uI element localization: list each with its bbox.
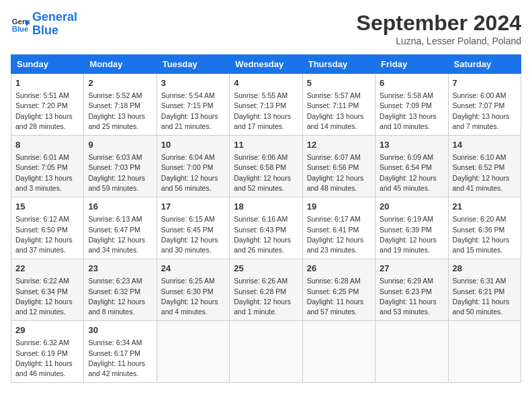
table-row: 2Sunrise: 5:52 AM Sunset: 7:18 PM Daylig… bbox=[84, 74, 157, 136]
day-number: 29 bbox=[15, 324, 79, 336]
day-info: Sunrise: 6:19 AM Sunset: 6:39 PM Dayligh… bbox=[380, 214, 443, 255]
table-row bbox=[157, 321, 229, 383]
location-subtitle: Luzna, Lesser Poland, Poland bbox=[357, 36, 521, 46]
table-row: 3Sunrise: 5:54 AM Sunset: 7:15 PM Daylig… bbox=[157, 74, 229, 136]
day-info: Sunrise: 6:04 AM Sunset: 7:00 PM Dayligh… bbox=[161, 152, 225, 193]
day-info: Sunrise: 6:15 AM Sunset: 6:45 PM Dayligh… bbox=[161, 214, 225, 255]
day-info: Sunrise: 6:20 AM Sunset: 6:36 PM Dayligh… bbox=[453, 214, 517, 255]
day-number: 5 bbox=[307, 77, 371, 89]
table-row: 25Sunrise: 6:26 AM Sunset: 6:28 PM Dayli… bbox=[230, 259, 302, 321]
table-row: 19Sunrise: 6:17 AM Sunset: 6:41 PM Dayli… bbox=[302, 197, 375, 259]
table-row: 15Sunrise: 6:12 AM Sunset: 6:50 PM Dayli… bbox=[11, 197, 84, 259]
logo-text-blue: Blue bbox=[32, 24, 77, 38]
table-row: 5Sunrise: 5:57 AM Sunset: 7:11 PM Daylig… bbox=[302, 74, 375, 136]
svg-text:Blue: Blue bbox=[12, 24, 29, 32]
day-number: 12 bbox=[307, 139, 371, 151]
day-info: Sunrise: 6:29 AM Sunset: 6:23 PM Dayligh… bbox=[380, 276, 443, 317]
table-row: 11Sunrise: 6:06 AM Sunset: 6:58 PM Dayli… bbox=[230, 136, 302, 197]
calendar-body: 1Sunrise: 5:51 AM Sunset: 7:20 PM Daylig… bbox=[11, 74, 521, 383]
table-row bbox=[302, 321, 375, 383]
table-row bbox=[448, 321, 521, 383]
header-tuesday: Tuesday bbox=[157, 55, 229, 74]
table-row: 17Sunrise: 6:15 AM Sunset: 6:45 PM Dayli… bbox=[157, 197, 229, 259]
day-info: Sunrise: 6:23 AM Sunset: 6:32 PM Dayligh… bbox=[88, 276, 152, 317]
day-number: 8 bbox=[15, 139, 79, 151]
header-saturday: Saturday bbox=[448, 55, 521, 74]
day-number: 20 bbox=[380, 201, 443, 213]
day-info: Sunrise: 6:28 AM Sunset: 6:25 PM Dayligh… bbox=[307, 276, 371, 317]
header: General Blue General Blue September 2024… bbox=[11, 11, 521, 46]
day-number: 28 bbox=[453, 263, 517, 275]
day-info: Sunrise: 5:51 AM Sunset: 7:20 PM Dayligh… bbox=[15, 91, 79, 132]
day-info: Sunrise: 6:03 AM Sunset: 7:03 PM Dayligh… bbox=[88, 152, 152, 193]
table-row: 23Sunrise: 6:23 AM Sunset: 6:32 PM Dayli… bbox=[84, 259, 157, 321]
day-number: 18 bbox=[234, 201, 298, 213]
day-info: Sunrise: 6:13 AM Sunset: 6:47 PM Dayligh… bbox=[88, 214, 152, 255]
day-info: Sunrise: 6:17 AM Sunset: 6:41 PM Dayligh… bbox=[307, 214, 371, 255]
table-row: 24Sunrise: 6:25 AM Sunset: 6:30 PM Dayli… bbox=[157, 259, 229, 321]
table-row: 6Sunrise: 5:58 AM Sunset: 7:09 PM Daylig… bbox=[375, 74, 448, 136]
table-row: 20Sunrise: 6:19 AM Sunset: 6:39 PM Dayli… bbox=[375, 197, 448, 259]
day-info: Sunrise: 5:55 AM Sunset: 7:13 PM Dayligh… bbox=[234, 91, 298, 132]
table-row: 29Sunrise: 6:32 AM Sunset: 6:19 PM Dayli… bbox=[11, 321, 84, 383]
day-info: Sunrise: 6:34 AM Sunset: 6:17 PM Dayligh… bbox=[88, 338, 152, 379]
day-info: Sunrise: 6:06 AM Sunset: 6:58 PM Dayligh… bbox=[234, 152, 298, 193]
table-row: 27Sunrise: 6:29 AM Sunset: 6:23 PM Dayli… bbox=[375, 259, 448, 321]
table-row: 21Sunrise: 6:20 AM Sunset: 6:36 PM Dayli… bbox=[448, 197, 521, 259]
table-row: 30Sunrise: 6:34 AM Sunset: 6:17 PM Dayli… bbox=[84, 321, 157, 383]
day-number: 17 bbox=[161, 201, 225, 213]
day-number: 4 bbox=[234, 77, 298, 89]
day-info: Sunrise: 6:32 AM Sunset: 6:19 PM Dayligh… bbox=[15, 338, 79, 379]
table-row: 1Sunrise: 5:51 AM Sunset: 7:20 PM Daylig… bbox=[11, 74, 84, 136]
day-number: 11 bbox=[234, 139, 298, 151]
day-number: 30 bbox=[88, 324, 152, 336]
day-info: Sunrise: 6:00 AM Sunset: 7:07 PM Dayligh… bbox=[453, 91, 517, 132]
day-number: 19 bbox=[307, 201, 371, 213]
day-number: 15 bbox=[15, 201, 79, 213]
table-row: 7Sunrise: 6:00 AM Sunset: 7:07 PM Daylig… bbox=[448, 74, 521, 136]
day-number: 26 bbox=[307, 263, 371, 275]
day-info: Sunrise: 6:22 AM Sunset: 6:34 PM Dayligh… bbox=[15, 276, 79, 317]
title-area: September 2024 Luzna, Lesser Poland, Pol… bbox=[357, 11, 521, 46]
day-info: Sunrise: 6:10 AM Sunset: 6:52 PM Dayligh… bbox=[453, 152, 517, 193]
day-info: Sunrise: 6:07 AM Sunset: 6:56 PM Dayligh… bbox=[307, 152, 371, 193]
day-number: 16 bbox=[88, 201, 152, 213]
day-info: Sunrise: 6:25 AM Sunset: 6:30 PM Dayligh… bbox=[161, 276, 225, 317]
day-number: 1 bbox=[15, 77, 79, 89]
day-info: Sunrise: 5:52 AM Sunset: 7:18 PM Dayligh… bbox=[88, 91, 152, 132]
month-title: September 2024 bbox=[357, 11, 521, 36]
table-row: 10Sunrise: 6:04 AM Sunset: 7:00 PM Dayli… bbox=[157, 136, 229, 197]
table-row: 28Sunrise: 6:31 AM Sunset: 6:21 PM Dayli… bbox=[448, 259, 521, 321]
day-info: Sunrise: 6:16 AM Sunset: 6:43 PM Dayligh… bbox=[234, 214, 298, 255]
header-monday: Monday bbox=[84, 55, 157, 74]
logo-text: General bbox=[32, 11, 77, 24]
header-friday: Friday bbox=[375, 55, 448, 74]
table-row: 18Sunrise: 6:16 AM Sunset: 6:43 PM Dayli… bbox=[230, 197, 302, 259]
day-number: 25 bbox=[234, 263, 298, 275]
day-info: Sunrise: 6:12 AM Sunset: 6:50 PM Dayligh… bbox=[15, 214, 79, 255]
day-number: 24 bbox=[161, 263, 225, 275]
day-number: 3 bbox=[161, 77, 225, 89]
table-row: 13Sunrise: 6:09 AM Sunset: 6:54 PM Dayli… bbox=[375, 136, 448, 197]
table-row: 16Sunrise: 6:13 AM Sunset: 6:47 PM Dayli… bbox=[84, 197, 157, 259]
day-number: 21 bbox=[453, 201, 517, 213]
table-row: 14Sunrise: 6:10 AM Sunset: 6:52 PM Dayli… bbox=[448, 136, 521, 197]
header-wednesday: Wednesday bbox=[230, 55, 302, 74]
logo: General Blue General Blue bbox=[11, 11, 77, 38]
day-info: Sunrise: 6:26 AM Sunset: 6:28 PM Dayligh… bbox=[234, 276, 298, 317]
table-row: 12Sunrise: 6:07 AM Sunset: 6:56 PM Dayli… bbox=[302, 136, 375, 197]
table-row bbox=[375, 321, 448, 383]
day-info: Sunrise: 6:09 AM Sunset: 6:54 PM Dayligh… bbox=[380, 152, 443, 193]
day-info: Sunrise: 6:31 AM Sunset: 6:21 PM Dayligh… bbox=[453, 276, 517, 317]
day-number: 23 bbox=[88, 263, 152, 275]
calendar-header: Sunday Monday Tuesday Wednesday Thursday… bbox=[11, 55, 521, 74]
day-number: 7 bbox=[453, 77, 517, 89]
day-info: Sunrise: 5:57 AM Sunset: 7:11 PM Dayligh… bbox=[307, 91, 371, 132]
table-row bbox=[230, 321, 302, 383]
day-number: 9 bbox=[88, 139, 152, 151]
day-number: 10 bbox=[161, 139, 225, 151]
day-number: 14 bbox=[453, 139, 517, 151]
table-row: 26Sunrise: 6:28 AM Sunset: 6:25 PM Dayli… bbox=[302, 259, 375, 321]
day-number: 6 bbox=[380, 77, 443, 89]
calendar-table: Sunday Monday Tuesday Wednesday Thursday… bbox=[11, 54, 521, 383]
